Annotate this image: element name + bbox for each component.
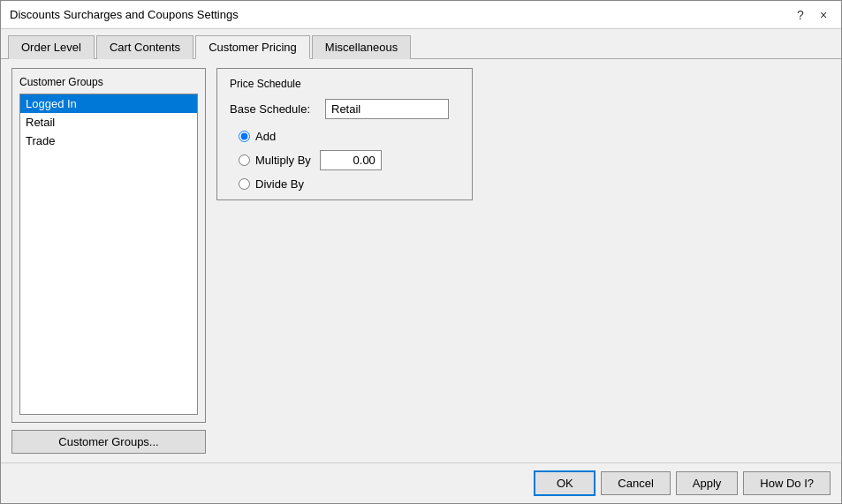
ok-button[interactable]: OK: [534, 470, 595, 496]
cancel-button[interactable]: Cancel: [601, 471, 670, 495]
radio-add-label[interactable]: Add: [255, 130, 276, 143]
apply-button[interactable]: Apply: [676, 471, 739, 495]
how-do-i-button[interactable]: How Do I?: [743, 471, 831, 495]
footer: OK Cancel Apply How Do I?: [1, 463, 841, 503]
base-schedule-input[interactable]: [325, 99, 449, 119]
radio-divide-label[interactable]: Divide By: [255, 177, 304, 191]
tab-cart-contents[interactable]: Cart Contents: [96, 35, 193, 59]
radio-multiply-label[interactable]: Multiply By: [255, 154, 311, 167]
list-item-retail[interactable]: Retail: [20, 113, 197, 132]
radio-row-add: Add: [239, 130, 459, 143]
help-button[interactable]: ?: [792, 6, 809, 24]
radio-divide[interactable]: [239, 178, 250, 190]
list-item-logged-in[interactable]: Logged In: [20, 94, 197, 113]
price-schedule-box: Price Schedule Base Schedule: Add Multip…: [216, 68, 473, 200]
radio-add[interactable]: [239, 131, 250, 142]
dialog: Discounts Surcharges and Coupons Setting…: [0, 0, 842, 504]
panel-price-schedule: Price Schedule Base Schedule: Add Multip…: [216, 68, 831, 454]
radio-group: Add Multiply By Divide By: [239, 130, 459, 191]
customer-groups-title: Customer Groups: [19, 76, 198, 88]
panel-customer-groups: Customer Groups Logged In Retail Trade C…: [11, 68, 206, 454]
tab-miscellaneous[interactable]: Miscellaneous: [312, 35, 411, 59]
main-area: Customer Groups Logged In Retail Trade C…: [11, 68, 831, 454]
customer-groups-button[interactable]: Customer Groups...: [11, 430, 206, 454]
radio-row-multiply: Multiply By: [239, 150, 459, 170]
title-bar-controls: ? ×: [792, 6, 832, 24]
tab-customer-pricing[interactable]: Customer Pricing: [195, 35, 310, 59]
dialog-title: Discounts Surcharges and Coupons Setting…: [10, 8, 239, 21]
customer-groups-box: Customer Groups Logged In Retail Trade: [11, 68, 206, 423]
radio-row-divide: Divide By: [239, 177, 459, 191]
base-schedule-label: Base Schedule:: [230, 102, 318, 116]
list-item-trade[interactable]: Trade: [20, 132, 197, 150]
close-button[interactable]: ×: [815, 6, 832, 24]
multiply-value-input[interactable]: [320, 150, 382, 170]
radio-multiply[interactable]: [239, 154, 250, 166]
tabs-bar: Order Level Cart Contents Customer Prici…: [1, 29, 841, 59]
price-schedule-title: Price Schedule: [230, 78, 459, 90]
title-bar: Discounts Surcharges and Coupons Setting…: [1, 1, 841, 29]
base-schedule-row: Base Schedule:: [230, 99, 459, 119]
customer-groups-list[interactable]: Logged In Retail Trade: [19, 94, 198, 415]
content-area: Customer Groups Logged In Retail Trade C…: [1, 59, 841, 463]
tab-order-level[interactable]: Order Level: [8, 35, 95, 59]
